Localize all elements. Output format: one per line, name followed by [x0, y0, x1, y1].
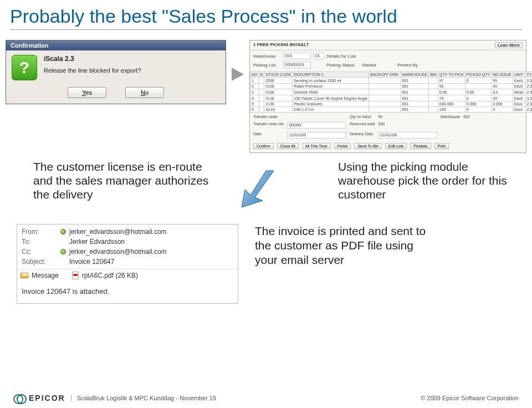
table-row[interactable]: 25100Raals Premaxon0019696Each2.00: [250, 84, 533, 89]
picking-status-label: Picking Status: [326, 63, 360, 68]
subject-value: Invoice 120647: [69, 258, 233, 266]
details-lots-label: Details for Lots: [326, 54, 360, 59]
caption-invoice: The invoice is printed and sent to the c…: [255, 224, 438, 268]
column-header: DESCRIPTION 1: [293, 72, 369, 78]
picking-list-field[interactable]: 00000001: [283, 62, 311, 68]
logo-text: EPICOR: [29, 394, 65, 402]
column-header: TYPE: [525, 72, 532, 78]
email-body-text: Invoice 120647 is attached.: [17, 282, 238, 303]
caption-picking: Using the picking module warehouse pick …: [338, 160, 515, 202]
column-header: PICKED QTY: [465, 72, 491, 78]
picking-window: 1 FREE PICKING BIOSALT Lean More Warehou…: [249, 40, 526, 153]
column-header: WAREHOUSE: [401, 72, 429, 78]
warehouse-field[interactable]: 001: [283, 53, 311, 59]
presence-icon: [60, 249, 66, 254]
yes-button[interactable]: Yes: [68, 87, 106, 98]
picking-action-button[interactable]: Edit Line: [385, 143, 407, 149]
question-icon: ?: [12, 55, 37, 80]
delivery-date-label: Delivery Date: [350, 132, 375, 139]
table-row[interactable]: 12500Sending to surface 2500 ml00197095E…: [250, 78, 533, 84]
picking-action-button[interactable]: Finish: [334, 143, 351, 149]
date-label: Date: [253, 132, 284, 139]
transfer-bin-label: Transfer order bin: [253, 122, 284, 129]
svg-marker-0: [242, 171, 274, 207]
picking-action-button[interactable]: Close All: [277, 143, 299, 149]
reserved-total-value: 290: [378, 122, 437, 129]
logo-mark-icon: [13, 394, 25, 402]
column-header: NO ISSUE: [492, 72, 513, 78]
top-row: Confirmation ? iScala 2.3 Release the li…: [6, 40, 526, 153]
dialog-message: Release the line blocked for export?: [44, 67, 141, 74]
envelope-icon: [21, 273, 28, 278]
from-value: jerker_edvardsson@hotmail.com: [69, 228, 233, 236]
column-header: STOCK CODE: [264, 72, 293, 78]
dialog-titlebar: Confirmation: [6, 40, 226, 50]
foot-warehouse-label: Warehouse: [441, 115, 461, 119]
email-preview: From: jerker_edvardsson@hotmail.com To: …: [17, 224, 238, 304]
column-header: UNIT: [513, 72, 525, 78]
to-label: To:: [22, 238, 60, 246]
qty-on-hand-value: 99: [378, 115, 437, 119]
printed-by-label: Printed By: [397, 63, 431, 68]
from-label: From:: [22, 228, 60, 236]
picking-action-button[interactable]: Confirm: [253, 143, 274, 149]
picking-status-value: Started: [362, 63, 395, 68]
column-header: QTY TO PICK: [438, 72, 465, 78]
column-header: BIN: [429, 72, 438, 78]
pdf-icon: [72, 272, 79, 279]
caption-dialog: The customer license is en-route and the…: [33, 160, 216, 202]
picking-action-button[interactable]: All This Time: [302, 143, 331, 149]
title-underline: [10, 29, 522, 30]
cc-value: jerker_edvardsson@hotmail.com: [69, 248, 233, 256]
lean-more-button[interactable]: Lean More: [495, 42, 523, 48]
arrow-diagonal-icon: [233, 166, 277, 213]
footer-copyright: © 2009 Epicor Software Corporation: [421, 395, 519, 401]
date-field[interactable]: 12/01/09: [287, 132, 346, 139]
table-row[interactable]: 6GL04Drill 1.6 Cm00110000Each2.00: [250, 107, 533, 113]
cc-label: Cc:: [22, 248, 60, 256]
transfer-order-label: Transfer order: [253, 115, 284, 119]
picking-action-button[interactable]: Send To Bin: [354, 143, 382, 149]
table-row[interactable]: 45130100 Plastic Cover 90 degree Degree …: [250, 95, 533, 101]
no-button[interactable]: No: [125, 87, 164, 98]
foot-warehouse-value: 001: [463, 115, 523, 119]
slide-title: Probably the best "Sales Process" in the…: [0, 0, 532, 27]
reserved-total-label: Reserved total: [350, 122, 375, 129]
confirmation-dialog: Confirmation ? iScala 2.3 Release the li…: [6, 40, 226, 104]
dialog-app-name: iScala 2.3: [44, 55, 141, 63]
footer-left-text: ScalaBruk Logistik & MPC Kunddag - Novem…: [71, 395, 216, 401]
picking-action-button[interactable]: Picklists: [410, 143, 431, 149]
attachment-tab[interactable]: rptA6C.pdf (26 KB): [82, 272, 138, 279]
table-row[interactable]: 51130Plastic Granules001600.0000.0000.00…: [250, 101, 533, 107]
presence-icon: [60, 229, 66, 234]
column-header: B: [259, 72, 264, 78]
to-value: Jerker Edvardsson: [69, 238, 233, 246]
column-header: NO: [250, 72, 259, 78]
picking-window-title: 1 FREE PICKING BIOSALT: [253, 42, 309, 48]
picking-table: NOBSTOCK CODEDESCRIPTION 1BACKOFF ORD.WA…: [250, 72, 532, 113]
ol-field[interactable]: OL: [313, 53, 324, 59]
slide-footer: EPICOR ScalaBruk Logistik & MPC Kunddag …: [0, 394, 532, 402]
subject-label: Subject:: [22, 258, 60, 266]
delivery-date-field[interactable]: 12/01/09: [378, 132, 437, 139]
table-row[interactable]: 34100Drenthe 950N0010.000.000.6Meter2.00…: [250, 89, 533, 95]
column-header: BACKOFF ORD.: [369, 72, 401, 78]
epicor-logo: EPICOR: [13, 394, 65, 402]
picking-action-button[interactable]: Print: [434, 143, 449, 149]
picking-list-label: Picking List: [253, 63, 281, 68]
transfer-bin-field[interactable]: 00000: [287, 122, 346, 129]
arrow-right-icon: [232, 68, 244, 81]
warehouse-label: Warehouse: [253, 54, 281, 59]
qty-on-hand-label: Qty on hand: [350, 115, 375, 119]
message-tab[interactable]: Message: [32, 272, 59, 279]
